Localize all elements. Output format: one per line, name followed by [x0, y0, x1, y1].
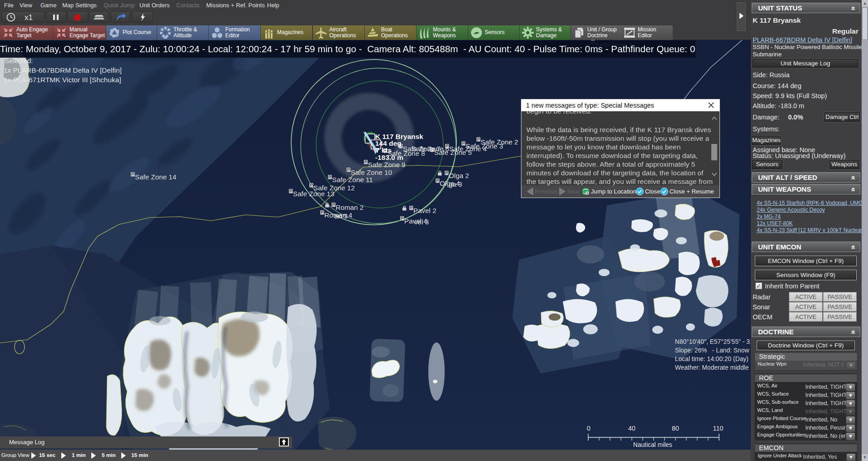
svg-text:110: 110 [713, 425, 723, 432]
svg-text:an 3: an 3 [334, 212, 348, 220]
svg-text:Safe Zone 11: Safe Zone 11 [332, 176, 373, 183]
svg-text:x1: x1 [25, 13, 33, 22]
svg-text:N80°10'40", E57°25'55" - 31: N80°10'40", E57°25'55" - 31 [675, 338, 751, 345]
svg-text:Olga 2: Olga 2 [449, 172, 469, 179]
svg-text:ga 3: ga 3 [449, 180, 462, 188]
svg-text:Weather: Moderate middle: Weather: Moderate middle [675, 364, 749, 371]
svg-text:Safe Zone 9: Safe Zone 9 [368, 161, 406, 169]
svg-text:7 kts: 7 kts [376, 146, 392, 154]
svg-text:Slope: 26% - Land: Snow /: Slope: 26% - Land: Snow / [675, 347, 751, 354]
svg-text:vel 3: vel 3 [414, 218, 429, 226]
svg-text:0: 0 [587, 425, 590, 432]
svg-text:Safe Zone 14: Safe Zone 14 [135, 173, 176, 181]
svg-text:Safe Zone 10: Safe Zone 10 [351, 169, 392, 176]
svg-text:80: 80 [672, 425, 679, 432]
svg-text:Pavel 2: Pavel 2 [413, 207, 436, 214]
svg-text:Safe Zone 13: Safe Zone 13 [293, 190, 334, 198]
svg-text:Nautical miles: Nautical miles [633, 441, 672, 448]
svg-text:Local time: 14:00:20 (Day): Local time: 14:00:20 (Day) [675, 356, 749, 362]
svg-text:-183.0 m: -183.0 m [375, 154, 403, 161]
svg-text:Roman 2: Roman 2 [336, 203, 364, 211]
svg-text:40: 40 [628, 425, 635, 432]
